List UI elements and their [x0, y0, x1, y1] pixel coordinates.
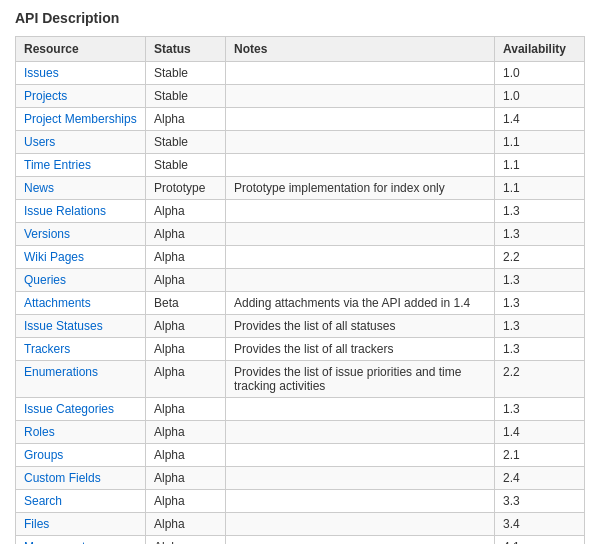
cell-resource[interactable]: Wiki Pages — [16, 246, 146, 269]
table-row: UsersStable1.1 — [16, 131, 585, 154]
cell-availability: 1.3 — [495, 338, 585, 361]
table-row: Wiki PagesAlpha2.2 — [16, 246, 585, 269]
cell-availability: 1.3 — [495, 315, 585, 338]
cell-resource[interactable]: Project Memberships — [16, 108, 146, 131]
api-table: Resource Status Notes Availability Issue… — [15, 36, 585, 544]
cell-resource[interactable]: Attachments — [16, 292, 146, 315]
cell-availability: 1.3 — [495, 398, 585, 421]
cell-availability: 1.1 — [495, 131, 585, 154]
table-row: RolesAlpha1.4 — [16, 421, 585, 444]
cell-notes — [226, 200, 495, 223]
cell-status: Alpha — [146, 361, 226, 398]
resource-link[interactable]: My account — [24, 540, 85, 544]
table-row: Project MembershipsAlpha1.4 — [16, 108, 585, 131]
cell-status: Alpha — [146, 315, 226, 338]
cell-resource[interactable]: Search — [16, 490, 146, 513]
cell-notes — [226, 398, 495, 421]
resource-link[interactable]: Time Entries — [24, 158, 91, 172]
cell-resource[interactable]: Groups — [16, 444, 146, 467]
resource-link[interactable]: Issue Relations — [24, 204, 106, 218]
cell-status: Beta — [146, 292, 226, 315]
cell-availability: 1.3 — [495, 269, 585, 292]
cell-status: Alpha — [146, 338, 226, 361]
cell-notes — [226, 513, 495, 536]
table-row: SearchAlpha3.3 — [16, 490, 585, 513]
cell-availability: 2.2 — [495, 246, 585, 269]
cell-notes — [226, 131, 495, 154]
resource-link[interactable]: Roles — [24, 425, 55, 439]
cell-status: Alpha — [146, 269, 226, 292]
cell-resource[interactable]: Versions — [16, 223, 146, 246]
cell-availability: 1.1 — [495, 154, 585, 177]
cell-availability: 1.4 — [495, 421, 585, 444]
resource-link[interactable]: Attachments — [24, 296, 91, 310]
cell-resource[interactable]: Projects — [16, 85, 146, 108]
cell-resource[interactable]: Enumerations — [16, 361, 146, 398]
resource-link[interactable]: Custom Fields — [24, 471, 101, 485]
cell-resource[interactable]: Time Entries — [16, 154, 146, 177]
cell-resource[interactable]: Roles — [16, 421, 146, 444]
cell-resource[interactable]: Issue Categories — [16, 398, 146, 421]
resource-link[interactable]: Trackers — [24, 342, 70, 356]
cell-availability: 1.0 — [495, 62, 585, 85]
cell-status: Alpha — [146, 223, 226, 246]
cell-resource[interactable]: Trackers — [16, 338, 146, 361]
resource-link[interactable]: Files — [24, 517, 49, 531]
cell-status: Alpha — [146, 108, 226, 131]
resource-link[interactable]: Queries — [24, 273, 66, 287]
cell-notes: Prototype implementation for index only — [226, 177, 495, 200]
resource-link[interactable]: Enumerations — [24, 365, 98, 379]
resource-link[interactable]: Wiki Pages — [24, 250, 84, 264]
cell-notes — [226, 154, 495, 177]
cell-resource[interactable]: Issue Relations — [16, 200, 146, 223]
table-row: AttachmentsBetaAdding attachments via th… — [16, 292, 585, 315]
cell-notes — [226, 490, 495, 513]
table-row: TrackersAlphaProvides the list of all tr… — [16, 338, 585, 361]
cell-status: Alpha — [146, 536, 226, 545]
cell-status: Stable — [146, 131, 226, 154]
header-notes: Notes — [226, 37, 495, 62]
table-row: VersionsAlpha1.3 — [16, 223, 585, 246]
resource-link[interactable]: Project Memberships — [24, 112, 137, 126]
resource-link[interactable]: News — [24, 181, 54, 195]
cell-status: Stable — [146, 85, 226, 108]
table-row: ProjectsStable1.0 — [16, 85, 585, 108]
table-row: Time EntriesStable1.1 — [16, 154, 585, 177]
table-row: GroupsAlpha2.1 — [16, 444, 585, 467]
cell-resource[interactable]: Issue Statuses — [16, 315, 146, 338]
cell-notes — [226, 536, 495, 545]
cell-notes — [226, 223, 495, 246]
cell-resource[interactable]: Queries — [16, 269, 146, 292]
resource-link[interactable]: Projects — [24, 89, 67, 103]
cell-availability: 1.1 — [495, 177, 585, 200]
cell-notes — [226, 85, 495, 108]
header-resource: Resource — [16, 37, 146, 62]
resource-link[interactable]: Groups — [24, 448, 63, 462]
cell-availability: 2.2 — [495, 361, 585, 398]
table-row: FilesAlpha3.4 — [16, 513, 585, 536]
resource-link[interactable]: Issue Statuses — [24, 319, 103, 333]
cell-resource[interactable]: Files — [16, 513, 146, 536]
resource-link[interactable]: Issue Categories — [24, 402, 114, 416]
cell-resource[interactable]: News — [16, 177, 146, 200]
cell-status: Alpha — [146, 246, 226, 269]
cell-notes — [226, 108, 495, 131]
resource-link[interactable]: Versions — [24, 227, 70, 241]
resource-link[interactable]: Issues — [24, 66, 59, 80]
cell-resource[interactable]: My account — [16, 536, 146, 545]
table-row: Issue RelationsAlpha1.3 — [16, 200, 585, 223]
table-row: NewsPrototypePrototype implementation fo… — [16, 177, 585, 200]
table-row: EnumerationsAlphaProvides the list of is… — [16, 361, 585, 398]
table-row: Issue CategoriesAlpha1.3 — [16, 398, 585, 421]
resource-link[interactable]: Users — [24, 135, 55, 149]
cell-status: Alpha — [146, 513, 226, 536]
cell-availability: 3.3 — [495, 490, 585, 513]
table-row: QueriesAlpha1.3 — [16, 269, 585, 292]
cell-resource[interactable]: Custom Fields — [16, 467, 146, 490]
resource-link[interactable]: Search — [24, 494, 62, 508]
cell-resource[interactable]: Issues — [16, 62, 146, 85]
cell-status: Prototype — [146, 177, 226, 200]
cell-availability: 1.3 — [495, 223, 585, 246]
cell-resource[interactable]: Users — [16, 131, 146, 154]
table-row: Issue StatusesAlphaProvides the list of … — [16, 315, 585, 338]
